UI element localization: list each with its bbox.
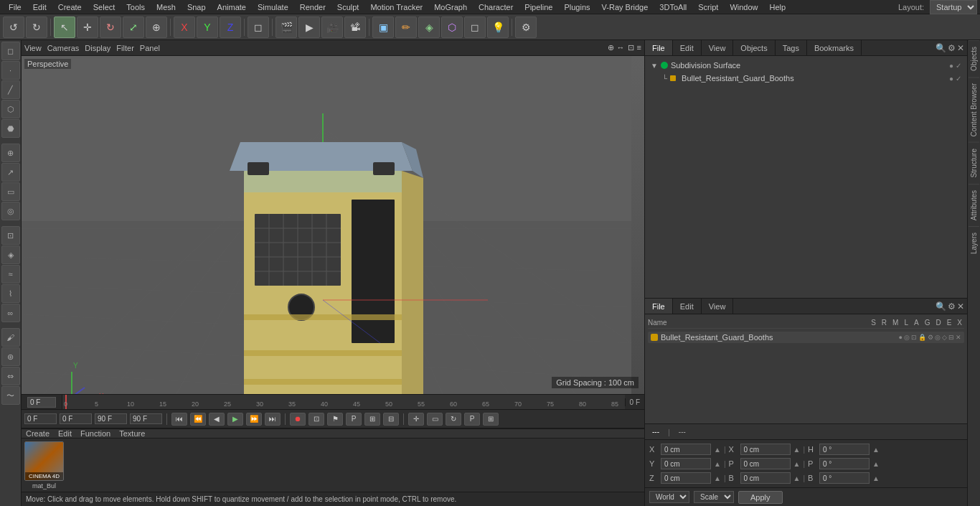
mirror-icon[interactable]: ⇔	[1, 367, 20, 385]
coord-z-pos[interactable]	[661, 472, 711, 484]
rotate-playback-button[interactable]: ↻	[446, 413, 461, 426]
sculpt-icon[interactable]: ⊛	[1, 347, 20, 366]
extrude-icon[interactable]: ⊡	[1, 226, 20, 245]
preview-button[interactable]: P	[346, 413, 362, 426]
attr-close-icon[interactable]: ✕	[957, 301, 964, 311]
goto-end-button[interactable]: ⏭	[265, 413, 281, 426]
coord-y-pos[interactable]	[661, 458, 711, 469]
coord-p2-arrow[interactable]: ▲	[872, 460, 880, 468]
mode-object-icon[interactable]: ◻	[1, 42, 20, 60]
goto-start-button[interactable]: ⏮	[171, 413, 187, 426]
attr-tab-view[interactable]: View	[702, 299, 734, 314]
coord-b2-arrow[interactable]: ▲	[872, 474, 880, 482]
obj-tab-bookmarks[interactable]: Bookmarks	[807, 40, 862, 55]
attr-settings-icon[interactable]: ⚙	[948, 301, 956, 311]
edge-tab-content-browser[interactable]: Content Browser	[969, 77, 979, 142]
menu-simulate[interactable]: Simulate	[252, 3, 294, 11]
play-back-button[interactable]: ◀	[209, 413, 225, 426]
mode-edges-icon[interactable]: ╱	[1, 80, 20, 99]
playback-current-field[interactable]	[60, 413, 92, 424]
undo-button[interactable]: ↺	[3, 17, 24, 38]
menu-snap[interactable]: Snap	[182, 3, 212, 11]
stop-button[interactable]: ⊡	[308, 413, 324, 426]
viewport-icon-2[interactable]: ↔	[617, 43, 625, 52]
viewport-icon-3[interactable]: ⊡	[628, 43, 634, 52]
menu-script[interactable]: Script	[692, 3, 724, 11]
edge-tab-attributes[interactable]: Attributes	[969, 184, 979, 226]
cameras-menu[interactable]: Cameras	[47, 44, 80, 52]
layout-select[interactable]: Startup	[930, 0, 977, 14]
step-forward-button[interactable]: ⏩	[246, 413, 262, 426]
smooth-icon[interactable]: 〜	[1, 386, 20, 405]
attr-obj-icon-1[interactable]: ●	[899, 334, 903, 341]
menu-edit[interactable]: Edit	[27, 3, 52, 11]
attr-obj-icon-8[interactable]: ⊟	[948, 334, 954, 341]
obj-subdivision-surface[interactable]: ▼ Subdivision Surface ● ✓	[648, 59, 964, 72]
autokey-button[interactable]: ⚑	[327, 413, 343, 426]
axis-icon[interactable]: ↗	[1, 163, 20, 182]
filter-menu[interactable]: Filter	[116, 44, 133, 52]
knife-icon[interactable]: ⌇	[1, 284, 20, 303]
record-button[interactable]: ⏺	[290, 413, 306, 426]
menu-help[interactable]: Help	[764, 3, 792, 11]
search-icon[interactable]: 🔍	[936, 43, 946, 53]
coord-x-arrow[interactable]: ▲	[714, 446, 721, 454]
playback-start-field[interactable]	[24, 413, 57, 424]
menu-character[interactable]: Character	[473, 3, 519, 11]
viewport-icon-4[interactable]: ≡	[637, 43, 641, 52]
object-tree[interactable]: ▼ Subdivision Surface ● ✓ └ Bullet_Resis…	[645, 56, 967, 298]
coord-tab-pos[interactable]: ---	[649, 428, 662, 436]
obj-tab-file[interactable]: File	[645, 40, 673, 55]
coord-b2-val[interactable]	[819, 472, 870, 484]
obj-tab-tags[interactable]: Tags	[776, 40, 807, 55]
close-icon[interactable]: ✕	[957, 43, 964, 53]
select-tool-button[interactable]: ↖	[54, 17, 75, 38]
viewport-settings-button[interactable]: ⚙	[515, 17, 537, 38]
menu-mograph[interactable]: MoGraph	[428, 3, 473, 11]
timeline-ruler[interactable]: 0 5 10 15 20 25 30 35 40 45 50 55 60 65	[62, 394, 625, 410]
menu-sculpt[interactable]: Sculpt	[331, 3, 365, 11]
playback-end-field[interactable]	[95, 413, 127, 424]
coord-x-rot[interactable]	[740, 444, 791, 455]
attr-obj-icon-2[interactable]: ◎	[904, 334, 910, 341]
menu-animate[interactable]: Animate	[212, 3, 252, 11]
coord-x-pos[interactable]	[661, 444, 711, 455]
settings-icon[interactable]: ⚙	[948, 43, 956, 53]
coord-tab-size[interactable]: ---	[676, 428, 689, 436]
loop-select-icon[interactable]: ∞	[1, 304, 20, 322]
nurbs-button[interactable]: ◈	[418, 17, 440, 38]
mode-points-icon[interactable]: ·	[1, 61, 20, 80]
coord-p2-val[interactable]	[819, 458, 870, 469]
move-playback-button[interactable]: ✛	[408, 413, 424, 426]
step-back-button[interactable]: ⏪	[190, 413, 206, 426]
coord-h-arrow[interactable]: ▲	[872, 446, 880, 454]
rotate-tool-button[interactable]: ↻	[100, 17, 121, 38]
coord-p-val[interactable]	[740, 458, 791, 469]
expand-arrow-icon[interactable]: ▼	[651, 62, 658, 70]
timeline-view-button[interactable]: ⊞	[364, 413, 380, 426]
edge-tab-layers[interactable]: Layers	[969, 226, 979, 260]
bridge-icon[interactable]: ≈	[1, 265, 20, 284]
menu-pipeline[interactable]: Pipeline	[519, 3, 558, 11]
menu-file[interactable]: File	[3, 3, 27, 11]
display-menu[interactable]: Display	[85, 44, 110, 52]
obj-tab-edit[interactable]: Edit	[673, 40, 702, 55]
coord-b-val[interactable]	[740, 472, 791, 484]
grid-playback-button[interactable]: ⊞	[483, 413, 499, 426]
y-axis-button[interactable]: Y	[197, 17, 218, 38]
mode-polygon-icon[interactable]: ⬡	[1, 100, 20, 118]
scale-tool-button[interactable]: ⤢	[123, 17, 144, 38]
box-select-icon[interactable]: ▭	[1, 182, 20, 201]
coord-x2-arrow[interactable]: ▲	[793, 446, 801, 454]
z-axis-button[interactable]: Z	[220, 17, 241, 38]
mat-edit[interactable]: Edit	[58, 429, 72, 438]
menu-render[interactable]: Render	[294, 3, 331, 11]
mat-function[interactable]: Function	[80, 429, 110, 438]
menu-window[interactable]: Window	[724, 3, 763, 11]
view-menu[interactable]: View	[24, 44, 42, 52]
apply-button[interactable]: Apply	[738, 491, 783, 504]
light-button[interactable]: 💡	[487, 17, 509, 38]
x-axis-button[interactable]: X	[174, 17, 195, 38]
render-settings-button[interactable]: 🎥	[321, 17, 343, 38]
world-select[interactable]: World	[649, 491, 689, 503]
